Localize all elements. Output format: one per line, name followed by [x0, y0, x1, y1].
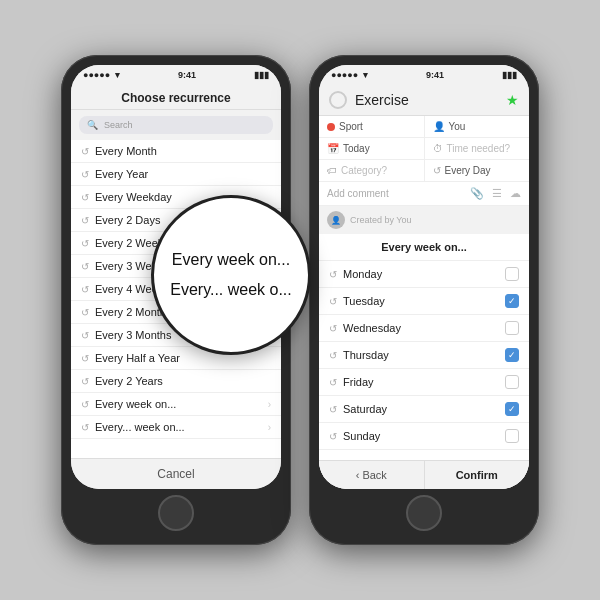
tag-icon: 🏷: [327, 165, 337, 176]
home-button-right[interactable]: [406, 495, 442, 531]
attachment-icon[interactable]: 📎: [470, 187, 484, 200]
recur-icon: ↺: [81, 307, 89, 318]
every-day-field[interactable]: ↺ Every Day: [425, 160, 530, 181]
comment-icons: 📎 ☰ ☁: [470, 187, 521, 200]
today-field[interactable]: 📅 Today: [319, 138, 425, 159]
recur-icon: ↺: [329, 431, 337, 442]
you-field[interactable]: 👤 You: [425, 116, 530, 137]
signal-icons: ●●●●● ▾: [83, 70, 120, 80]
day-label-thursday: Thursday: [343, 349, 499, 361]
you-label: You: [449, 121, 466, 132]
checkbox-thursday[interactable]: ✓: [505, 348, 519, 362]
task-header: Exercise ★: [319, 85, 529, 116]
battery-icon-right: ▮▮▮: [502, 70, 517, 80]
star-icon[interactable]: ★: [506, 92, 519, 108]
item-label: Every Year: [95, 168, 271, 180]
recur-icon: ↺: [81, 215, 89, 226]
recur-icon: ↺: [329, 323, 337, 334]
recur-icon: ↺: [81, 146, 89, 157]
signal-dots: ●●●●●: [83, 70, 110, 80]
recur-icon: ↺: [329, 377, 337, 388]
day-label-sunday: Sunday: [343, 430, 499, 442]
sport-field[interactable]: Sport: [319, 116, 425, 137]
checkbox-wednesday[interactable]: [505, 321, 519, 335]
scene: ●●●●● ▾ 9:41 ▮▮▮ Choose recurrence 🔍 Sea…: [61, 55, 539, 545]
clock-icon: ⏱: [433, 143, 443, 154]
today-label: Today: [343, 143, 370, 154]
day-row-tuesday[interactable]: ↺ Tuesday ✓: [319, 288, 529, 315]
battery-area-right: ▮▮▮: [502, 70, 517, 80]
magnifier: Every week on... Every... week o...: [151, 195, 311, 355]
list-item[interactable]: ↺ Every Month: [71, 140, 281, 163]
recur-icon: ↺: [329, 296, 337, 307]
checkbox-monday[interactable]: [505, 267, 519, 281]
time-left: 9:41: [178, 70, 196, 80]
field-row-today-time: 📅 Today ⏱ Time needed?: [319, 138, 529, 160]
category-label: Category?: [341, 165, 387, 176]
day-label-saturday: Saturday: [343, 403, 499, 415]
sport-dot: [327, 123, 335, 131]
search-placeholder: Search: [104, 120, 133, 130]
chevron-right-icon: ›: [268, 422, 271, 433]
item-label: Every 2 Years: [95, 375, 271, 387]
category-field[interactable]: 🏷 Category?: [319, 160, 425, 181]
day-row-monday[interactable]: ↺ Monday: [319, 261, 529, 288]
cancel-button[interactable]: Cancel: [71, 458, 281, 489]
checkbox-friday[interactable]: [505, 375, 519, 389]
recur-icon: ↺: [81, 399, 89, 410]
recur-icon: ↺: [81, 376, 89, 387]
every-day-label: Every Day: [445, 165, 491, 176]
wifi-icon-right: ▾: [363, 70, 368, 80]
list-icon[interactable]: ☰: [492, 187, 502, 200]
battery-icon: ▮▮▮: [254, 70, 269, 80]
recur-icon: ↺: [81, 238, 89, 249]
signal-icons-right: ●●●●● ▾: [331, 70, 368, 80]
sport-label: Sport: [339, 121, 363, 132]
list-item-every-week2[interactable]: ↺ Every... week on... ›: [71, 416, 281, 439]
time-label: Time needed?: [447, 143, 511, 154]
checkbox-tuesday[interactable]: ✓: [505, 294, 519, 308]
time-field[interactable]: ⏱ Time needed?: [425, 138, 530, 159]
time-right: 9:41: [426, 70, 444, 80]
item-label: Every Month: [95, 145, 271, 157]
right-phone: ●●●●● ▾ 9:41 ▮▮▮ Exercise ★: [309, 55, 539, 545]
item-label: Every week on...: [95, 398, 262, 410]
recur-icon: ↺: [81, 169, 89, 180]
day-row-wednesday[interactable]: ↺ Wednesday: [319, 315, 529, 342]
day-row-friday[interactable]: ↺ Friday: [319, 369, 529, 396]
day-row-saturday[interactable]: ↺ Saturday ✓: [319, 396, 529, 423]
magnifier-text-line1: Every week on...: [162, 249, 300, 271]
task-complete-button[interactable]: [329, 91, 347, 109]
checkbox-saturday[interactable]: ✓: [505, 402, 519, 416]
person-icon: 👤: [433, 121, 445, 132]
back-button[interactable]: ‹ Back: [319, 461, 425, 489]
add-comment-placeholder: Add comment: [327, 188, 389, 199]
recur-icon: ↺: [81, 284, 89, 295]
recur-icon: ↺: [81, 353, 89, 364]
cloud-icon[interactable]: ☁: [510, 187, 521, 200]
recur-icon: ↺: [329, 404, 337, 415]
search-bar[interactable]: 🔍 Search: [79, 116, 273, 134]
home-button[interactable]: [158, 495, 194, 531]
recur-icon: ↺: [81, 192, 89, 203]
list-item[interactable]: ↺ Every 2 Years: [71, 370, 281, 393]
wifi-icon: ▾: [115, 70, 120, 80]
checkbox-sunday[interactable]: [505, 429, 519, 443]
calendar-icon: 📅: [327, 143, 339, 154]
confirm-button[interactable]: Confirm: [425, 461, 530, 489]
day-row-sunday[interactable]: ↺ Sunday: [319, 423, 529, 450]
status-bar-left: ●●●●● ▾ 9:41 ▮▮▮: [71, 65, 281, 85]
recur-icon: ↺: [81, 261, 89, 272]
signal-dots-right: ●●●●●: [331, 70, 358, 80]
list-item-every-week[interactable]: ↺ Every week on... ›: [71, 393, 281, 416]
list-item[interactable]: ↺ Every Year: [71, 163, 281, 186]
recur-icon: ↺: [329, 269, 337, 280]
modal-footer: ‹ Back Confirm: [319, 460, 529, 489]
modal-sheet: Every week on... ↺ Monday ↺ Tuesday ✓ ↺ …: [319, 234, 529, 489]
comment-bar[interactable]: Add comment 📎 ☰ ☁: [319, 182, 529, 206]
field-row-sport-you: Sport 👤 You: [319, 116, 529, 138]
task-title: Exercise: [355, 92, 498, 108]
battery-area: ▮▮▮: [254, 70, 269, 80]
day-row-thursday[interactable]: ↺ Thursday ✓: [319, 342, 529, 369]
avatar: 👤: [327, 211, 345, 229]
